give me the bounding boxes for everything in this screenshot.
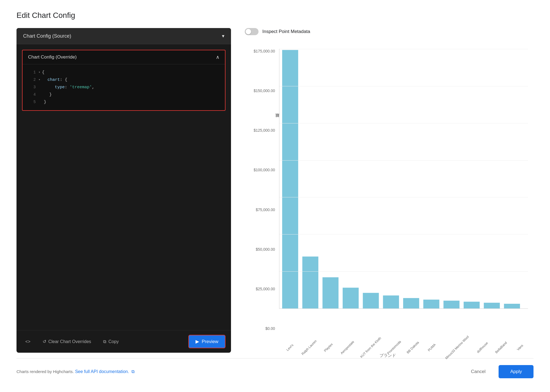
svg-rect-10	[484, 303, 500, 308]
svg-rect-2	[323, 277, 339, 308]
clear-chart-overrides-button[interactable]: ↺ Clear Chart Overrides	[39, 337, 95, 346]
svg-rect-0	[282, 50, 298, 308]
right-panel: Inspect Point Metadata $175,000.00 $150,…	[242, 28, 534, 353]
override-title: Chart Config (Override)	[28, 54, 77, 60]
svg-rect-8	[444, 301, 460, 308]
page-title: Edit Chart Config	[16, 11, 534, 20]
chart-area	[279, 49, 528, 309]
copy-label: Copy	[108, 339, 119, 344]
code-line-2: 2 ▾ chart: {	[28, 76, 219, 84]
y-label-100k: $100,000.00	[254, 168, 275, 172]
gridline-3	[279, 123, 528, 123]
api-docs-link[interactable]: See full API documentation.	[75, 369, 129, 374]
svg-rect-3	[343, 288, 359, 308]
y-label-150k: $150,000.00	[254, 89, 275, 93]
x-label-bellaband: BellaBand	[493, 339, 509, 355]
y-label-75k: $75,000.00	[256, 208, 275, 212]
code-line-1: 1 ▾ {	[28, 69, 219, 76]
footer: Charts rendered by Highcharts. See full …	[16, 358, 534, 381]
svg-rect-1	[302, 256, 318, 308]
chart-container: $175,000.00 $150,000.00 $125,000.00 $100…	[242, 43, 534, 353]
play-icon: ▶	[196, 339, 199, 344]
x-label-ralph: Ralph Lauren	[301, 339, 318, 356]
footer-text: Charts rendered by Highcharts.	[16, 369, 74, 374]
gridline-6	[279, 234, 528, 234]
x-label-puma: PUMA	[424, 339, 440, 355]
x-label-playtex: Playtex	[320, 339, 336, 355]
code-line-5: 5 }	[28, 98, 219, 106]
source-header-title: Chart Config (Source)	[23, 33, 71, 39]
y-label-50k: $50,000.00	[256, 247, 275, 252]
y-label-0: $0.00	[265, 326, 275, 331]
left-panel: Chart Config (Source) ▾ Chart Config (Ov…	[16, 28, 231, 353]
svg-rect-4	[363, 293, 379, 308]
x-axis-title: ブランド	[380, 353, 396, 358]
code-editor[interactable]: 1 ▾ { 2 ▾ chart: { 3	[23, 64, 225, 110]
override-header: Chart Config (Override) ∧	[23, 50, 225, 64]
chevron-down-icon[interactable]: ▾	[222, 33, 224, 39]
code-line-4: 4 }	[28, 91, 219, 98]
preview-label: Preview	[202, 339, 218, 344]
gridline-5	[279, 197, 528, 197]
inspect-toggle[interactable]	[245, 28, 258, 35]
svg-rect-7	[423, 300, 439, 308]
cancel-button[interactable]: Cancel	[462, 365, 494, 378]
x-label-vans: Vans	[512, 339, 528, 355]
x-axis-labels: Levi's Ralph Lauren Playtex Aeropostale …	[279, 344, 528, 350]
svg-rect-6	[403, 298, 419, 308]
gridline-4	[279, 160, 528, 161]
svg-rect-11	[504, 304, 520, 308]
bottom-toolbar: <> ↺ Clear Chart Overrides ⧉ Copy ▶ Prev…	[16, 330, 231, 353]
preview-button[interactable]: ▶ Preview	[188, 335, 226, 348]
copy-icon: ⧉	[103, 339, 106, 344]
code-line-3: 3 type: 'treemap',	[28, 84, 219, 91]
y-axis: $175,000.00 $150,000.00 $125,000.00 $100…	[245, 49, 275, 331]
footer-text-area: Charts rendered by Highcharts. See full …	[16, 369, 134, 374]
footer-actions: Cancel Apply	[462, 365, 534, 378]
svg-rect-5	[383, 296, 399, 308]
svg-rect-9	[464, 302, 480, 308]
inspect-toggle-row: Inspect Point Metadata	[245, 28, 534, 35]
copy-button[interactable]: ⧉ Copy	[100, 337, 122, 346]
code-icon: <>	[25, 339, 31, 344]
history-icon: ↺	[43, 339, 46, 344]
y-label-175k: $175,000.00	[254, 49, 275, 53]
y-label-25k: $25,000.00	[256, 287, 275, 291]
x-label-dollhouse: dollhouse	[474, 339, 490, 355]
external-link-icon: ⧉	[131, 369, 134, 374]
x-label-kut: KUT from the Kloth	[359, 336, 382, 359]
gridline-1	[279, 49, 528, 49]
source-header: Chart Config (Source) ▾	[16, 28, 231, 44]
code-toggle-button[interactable]: <>	[22, 337, 34, 346]
gridline-2	[279, 86, 528, 86]
x-label-aeropostale: Aeropostale	[339, 339, 355, 355]
x-label-levis: Levi's	[282, 339, 298, 355]
gridline-7	[279, 271, 528, 272]
override-panel: Chart Config (Override) ∧ 1 ▾ { 2 ▾	[22, 50, 226, 111]
x-label-minus33: Minus33 Merino Wool	[444, 335, 470, 360]
y-label-125k: $125,000.00	[254, 128, 275, 132]
clear-overrides-label: Clear Chart Overrides	[48, 339, 91, 344]
chart-svg	[279, 49, 528, 308]
inspect-label: Inspect Point Metadata	[262, 29, 310, 34]
apply-button[interactable]: Apply	[499, 365, 534, 378]
x-label-bbdakota: BB Dakota	[405, 339, 421, 355]
chevron-up-icon[interactable]: ∧	[216, 54, 219, 60]
